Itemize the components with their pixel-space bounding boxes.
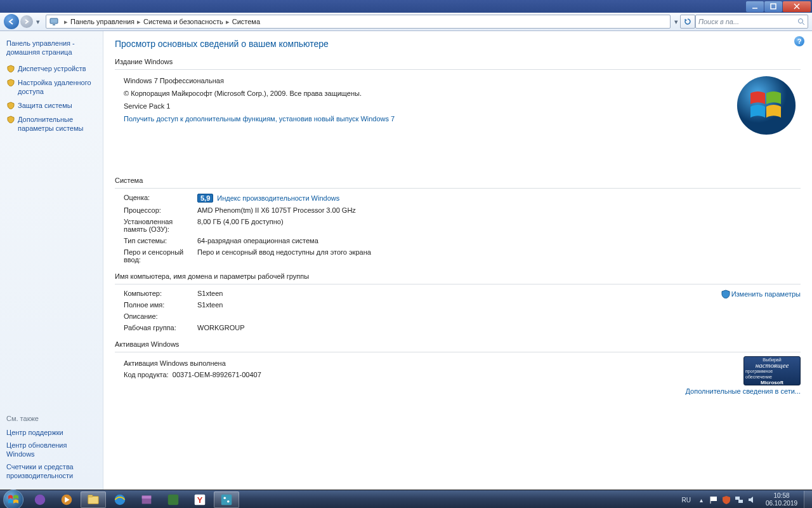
taskbar: Y RU ▴ 10:58 06.10.2019 [0, 490, 812, 508]
tray-flag-icon[interactable] [709, 495, 719, 505]
breadcrumb-dropdown[interactable]: ▾ [674, 18, 678, 26]
tray-clock[interactable]: 10:58 06.10.2019 [762, 492, 801, 507]
activation-online-link[interactable]: Дополнительные сведения в сети... [686, 385, 801, 397]
show-desktop-button[interactable] [804, 491, 812, 508]
tray-volume-icon[interactable] [747, 495, 757, 505]
breadcrumb-item[interactable]: Система [232, 18, 260, 25]
section-system-title: Система [115, 177, 801, 185]
svg-rect-24 [735, 497, 740, 500]
value-product-id: 00371-OEM-8992671-00407 [173, 371, 261, 378]
value-workgroup: WORKGROUP [197, 324, 712, 331]
see-also-windows-update[interactable]: Центр обновления Windows [6, 439, 96, 460]
sidebar-item-device-manager[interactable]: Диспетчер устройств [0, 62, 103, 76]
search-icon [797, 18, 805, 25]
section-edition-title: Издание Windows [115, 58, 801, 67]
taskbar-item-app[interactable] [160, 491, 186, 508]
label-product-id: Код продукта: [124, 371, 169, 378]
windows-flag-icon [7, 493, 20, 506]
search-input[interactable]: Поиск в па... [695, 15, 808, 29]
label-processor: Процессор: [124, 206, 197, 214]
change-settings-link[interactable]: Изменить параметры [712, 290, 801, 298]
svg-point-21 [227, 500, 230, 503]
shield-icon [6, 101, 15, 110]
shield-icon [6, 115, 15, 124]
sidebar-item-remote-settings[interactable]: Настройка удаленного доступа [0, 76, 103, 98]
label-computer: Компьютер: [124, 290, 197, 297]
taskbar-item-archiver[interactable] [134, 491, 159, 508]
shield-icon [6, 64, 15, 73]
window-maximize-button[interactable] [764, 1, 782, 12]
experience-index-link[interactable]: Индекс производительности Windows [217, 194, 339, 202]
label-description: Описание: [124, 312, 197, 320]
taskbar-item-browser1[interactable] [27, 491, 53, 508]
label-workgroup: Рабочая группа: [124, 324, 197, 331]
breadcrumb-item[interactable]: Система и безопасность [143, 18, 223, 25]
value-processor: AMD Phenom(tm) II X6 1075T Processor 3.0… [197, 206, 801, 214]
help-icon[interactable]: ? [794, 36, 804, 46]
value-ram: 8,00 ГБ (4,00 ГБ доступно) [197, 218, 801, 225]
svg-rect-16 [168, 495, 179, 505]
edition-upsell-link[interactable]: Получить доступ к дополнительным функция… [124, 113, 801, 124]
svg-point-13 [115, 495, 126, 505]
shield-icon [721, 290, 730, 298]
sidebar: Панель управления - домашняя страница Ди… [0, 31, 103, 490]
section-id-title: Имя компьютера, имя домена и параметры р… [115, 272, 801, 281]
label-rating: Оценка: [124, 194, 197, 201]
sidebar-item-system-protection[interactable]: Защита системы [0, 98, 103, 112]
nav-forward-button[interactable] [20, 15, 33, 28]
tray-language[interactable]: RU [682, 497, 691, 504]
label-full-name: Полное имя: [124, 301, 197, 309]
taskbar-item-mediaplayer[interactable] [54, 491, 79, 508]
window-titlebar [0, 0, 812, 13]
edition-service-pack: Service Pack 1 [124, 100, 801, 112]
svg-rect-1 [771, 4, 776, 9]
window-minimize-button[interactable] [746, 1, 764, 12]
breadcrumb-item[interactable]: Панель управления [70, 18, 134, 25]
svg-rect-12 [88, 495, 93, 497]
sidebar-item-advanced-settings[interactable]: Дополнительные параметры системы [0, 112, 103, 135]
svg-point-8 [737, 76, 796, 135]
edition-product: Windows 7 Профессиональная [124, 75, 801, 86]
taskbar-item-explorer[interactable] [81, 491, 106, 508]
page-title: Просмотр основных сведений о вашем компь… [115, 39, 801, 49]
svg-rect-22 [710, 497, 717, 501]
label-pen-touch: Перо и сенсорный ввод: [124, 248, 197, 264]
label-system-type: Тип системы: [124, 237, 197, 244]
edition-copyright: © Корпорация Майкрософт (Microsoft Corp.… [124, 88, 801, 99]
see-also-action-center[interactable]: Центр поддержки [6, 426, 96, 439]
genuine-microsoft-badge[interactable]: Выбирай настоящее программное обеспечени… [743, 356, 801, 385]
svg-rect-11 [88, 497, 99, 504]
content-area: ? Просмотр основных сведений о вашем ком… [103, 31, 812, 490]
svg-rect-5 [53, 24, 55, 25]
breadcrumb[interactable]: ▸ Панель управления ▸ Система и безопасн… [46, 15, 671, 29]
tray-show-hidden-icon[interactable]: ▴ [696, 495, 706, 505]
taskbar-item-ie[interactable] [107, 491, 133, 508]
value-computer: S1xteen [197, 290, 712, 297]
taskbar-item-yandex[interactable]: Y [187, 491, 213, 508]
search-placeholder: Поиск в па... [698, 18, 739, 25]
svg-point-9 [35, 495, 46, 505]
activation-status: Активация Windows выполнена [124, 358, 801, 369]
shield-icon [6, 78, 15, 87]
see-also-perf-tools[interactable]: Счетчики и средства производительности [6, 460, 96, 482]
nav-history-dropdown[interactable]: ▾ [34, 18, 42, 26]
svg-rect-19 [221, 495, 232, 505]
tray-network-icon[interactable] [734, 495, 744, 505]
refresh-button[interactable] [680, 15, 695, 29]
window-close-button[interactable] [783, 1, 811, 12]
id-info-grid: Компьютер: S1xteen Изменить параметры По… [115, 290, 801, 331]
value-full-name: S1xteen [197, 301, 712, 309]
svg-point-20 [223, 497, 226, 499]
svg-text:Y: Y [197, 495, 203, 505]
taskbar-item-settings[interactable] [214, 491, 239, 508]
nav-back-button[interactable] [4, 14, 19, 29]
sidebar-home-link[interactable]: Панель управления - домашняя страница [0, 36, 103, 62]
navigation-bar: ▾ ▸ Панель управления ▸ Система и безопа… [0, 13, 812, 31]
value-system-type: 64-разрядная операционная система [197, 237, 801, 244]
section-activation-title: Активация Windows [115, 340, 801, 349]
system-tray: RU ▴ 10:58 06.10.2019 [682, 490, 812, 508]
start-button[interactable] [0, 490, 27, 508]
svg-line-7 [802, 23, 804, 25]
tray-shield-icon[interactable] [721, 495, 731, 505]
label-ram: Установленная память (ОЗУ): [124, 218, 197, 233]
